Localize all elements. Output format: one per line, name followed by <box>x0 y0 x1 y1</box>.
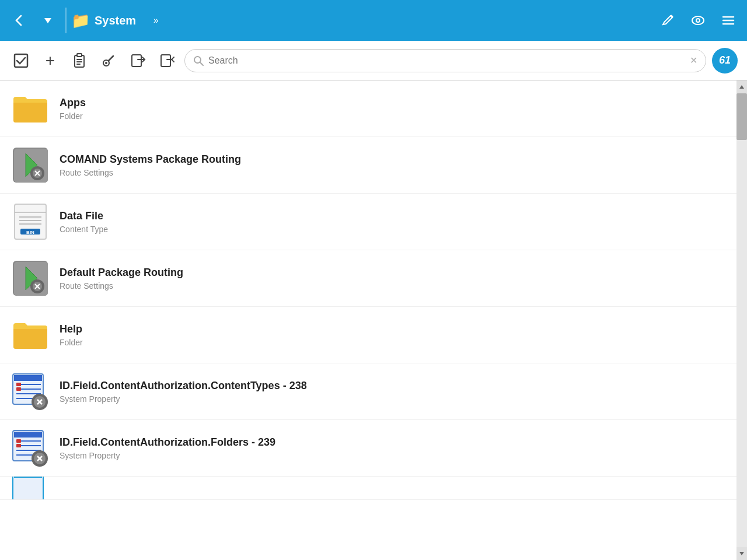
svg-rect-44 <box>14 375 42 381</box>
svg-rect-50 <box>16 387 21 391</box>
dropdown-button[interactable] <box>35 8 61 33</box>
item-icon-bin: BIN <box>12 203 49 240</box>
item-type: Folder <box>60 338 725 347</box>
svg-rect-62 <box>16 444 21 447</box>
item-list: Apps Folder COMAND Systems Package Routi… <box>0 80 736 560</box>
item-name: Data File <box>60 210 725 222</box>
svg-marker-0 <box>44 18 51 23</box>
item-text: COMAND Systems Package Routing Route Set… <box>60 153 725 177</box>
svg-rect-56 <box>14 432 42 438</box>
svg-rect-16 <box>132 55 141 66</box>
toolbar: + <box>0 41 747 80</box>
item-text: ID.Field.ContentAuthorization.ContentTyp… <box>60 380 725 404</box>
item-text: ID.Field.ContentAuthorization.Folders - … <box>60 436 725 460</box>
svg-point-3 <box>696 19 700 22</box>
item-icon-sysprop3 <box>12 477 49 500</box>
clipboard-button[interactable] <box>68 49 91 72</box>
check-button[interactable] <box>9 49 33 72</box>
view-button[interactable] <box>685 8 711 33</box>
item-type: Route Settings <box>60 168 725 177</box>
scrollbar-thumb[interactable] <box>736 93 747 140</box>
svg-rect-68 <box>14 477 42 478</box>
item-type: Folder <box>60 111 725 121</box>
svg-point-2 <box>692 16 704 24</box>
item-text: Data File Content Type <box>60 210 725 234</box>
item-icon-sysprop2 <box>12 429 49 467</box>
search-icon <box>193 55 204 66</box>
list-item[interactable]: Apps Folder <box>0 80 736 137</box>
item-name: COMAND Systems Package Routing <box>60 153 725 166</box>
list-item[interactable]: COMAND Systems Package Routing Route Set… <box>0 137 736 194</box>
item-text: Default Package Routing Route Settings <box>60 267 725 290</box>
list-item[interactable]: ID.Field.ContentAuthorization.Folders - … <box>0 420 736 477</box>
item-icon-folder2 <box>12 316 49 354</box>
scrollbar-down-button[interactable] <box>736 547 747 560</box>
svg-point-15 <box>105 62 107 64</box>
item-type: Content Type <box>60 225 725 234</box>
export-button[interactable] <box>155 49 179 72</box>
item-type: Route Settings <box>60 281 725 290</box>
tool-button[interactable] <box>97 49 120 72</box>
search-input[interactable] <box>208 55 685 66</box>
list-item[interactable]: Help Folder <box>0 307 736 363</box>
list-item[interactable]: BIN Data File Content Type <box>0 194 736 250</box>
add-button[interactable]: + <box>39 49 62 72</box>
item-type: System Property <box>60 394 725 404</box>
scrollbar-track <box>736 80 747 560</box>
breadcrumb-more-button[interactable]: » <box>143 8 169 33</box>
item-name: ID.Field.ContentAuthorization.ContentTyp… <box>60 380 725 392</box>
svg-rect-9 <box>77 54 82 57</box>
item-type: System Property <box>60 451 725 460</box>
item-name: Apps <box>60 97 725 109</box>
search-wrapper: ✕ <box>184 49 706 72</box>
item-name: ID.Field.ContentAuthorization.Folders - … <box>60 436 725 449</box>
item-icon-folder <box>12 90 49 127</box>
item-text: Help Folder <box>60 323 725 347</box>
item-icon-route <box>12 146 49 184</box>
svg-text:BIN: BIN <box>26 230 34 235</box>
menu-button[interactable] <box>715 8 741 33</box>
svg-rect-61 <box>16 439 21 443</box>
list-item[interactable]: ID.Field.ContentAuthorization.ContentTyp… <box>0 363 736 420</box>
list-item[interactable]: Default Package Routing Route Settings <box>0 250 736 307</box>
header-divider <box>65 8 67 33</box>
item-name: Default Package Routing <box>60 267 725 279</box>
back-button[interactable] <box>6 8 32 33</box>
item-icon-sysprop <box>12 373 49 410</box>
item-name: Help <box>60 323 725 335</box>
item-text: Apps Folder <box>60 97 725 121</box>
content-area: Apps Folder COMAND Systems Package Routi… <box>0 80 747 560</box>
edit-button[interactable] <box>655 8 680 33</box>
import-button[interactable] <box>126 49 149 72</box>
folder-icon-header: 📁 <box>71 12 90 30</box>
svg-line-14 <box>109 56 113 61</box>
item-icon-route2 <box>12 260 49 297</box>
header-title-area: 📁 System » <box>71 8 651 33</box>
scrollbar-up-button[interactable] <box>736 80 747 93</box>
search-clear-button[interactable]: ✕ <box>690 55 697 66</box>
item-count-badge: 61 <box>712 48 738 74</box>
svg-rect-67 <box>13 477 43 500</box>
list-item[interactable] <box>0 477 736 500</box>
svg-line-21 <box>200 62 203 65</box>
svg-marker-70 <box>739 552 744 555</box>
svg-marker-69 <box>739 85 744 89</box>
header-bar: 📁 System » <box>0 0 747 41</box>
header-right-actions <box>655 8 741 33</box>
svg-rect-18 <box>161 55 170 66</box>
svg-rect-49 <box>16 383 21 386</box>
header-title-text: System <box>95 14 136 27</box>
